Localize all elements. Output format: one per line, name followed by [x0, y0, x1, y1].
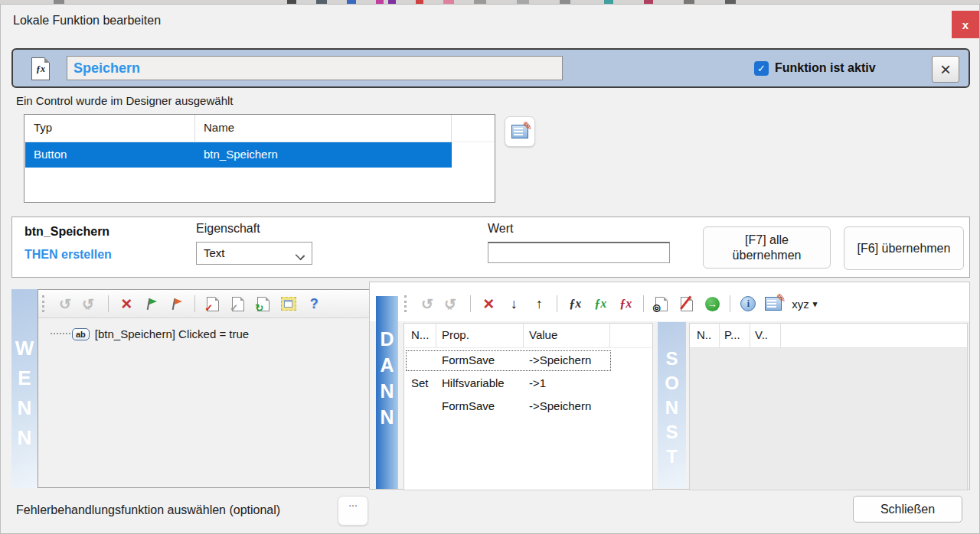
help-icon: ?	[310, 296, 318, 312]
selected-control-name: btn_Speichern	[24, 225, 109, 239]
wenn-panel: ↺ ↺ × ✓ ✓ ↻ ? ab [btn_Speichern] Clicked…	[38, 289, 371, 488]
control-table-header: Typ Name	[24, 115, 495, 142]
column-header-value[interactable]: Value	[529, 328, 557, 341]
dann-action-row[interactable]: FormSave ->Speichern	[405, 396, 612, 418]
eigenschaft-selected-value: Text	[204, 246, 225, 259]
x-icon: ×	[940, 60, 951, 79]
move-up-button[interactable]: ↑	[529, 293, 549, 314]
toolbar-grip-handle[interactable]	[42, 295, 47, 312]
dann-table-header: N... Prop. Value	[404, 324, 652, 348]
flag-orange-icon	[171, 298, 183, 311]
function-banner: ƒx Speichern ✓ Funktion ist aktiv ×	[11, 48, 970, 88]
toolbar-separator	[194, 295, 195, 312]
dann-action-row[interactable]: FormSave ->Speichern	[405, 350, 612, 372]
edit-form-icon: ✎	[511, 125, 528, 138]
column-divider	[436, 324, 436, 347]
delete-condition-button[interactable]: ×	[116, 293, 136, 314]
apply-all-f7-button[interactable]: [F7] alle übernehmen	[703, 226, 831, 269]
fx-add-function-button[interactable]: ƒx	[590, 293, 610, 314]
fx-red-icon: ƒx	[619, 297, 632, 311]
validate-document-disabled-button[interactable]: ✓	[228, 293, 248, 314]
property-section: btn_Speichern THEN erstellen Eigenschaft…	[11, 217, 970, 278]
error-handler-label: Fehlerbehandlungsfunktion auswählen (opt…	[16, 503, 280, 517]
toolbar-separator	[643, 295, 644, 312]
toolbar-separator	[730, 295, 730, 312]
xyz-dropdown[interactable]: xyz ▾	[789, 296, 820, 312]
control-table: Typ Name Button btn_Speichern	[24, 114, 495, 203]
wenn-condition-item[interactable]: ab [btn_Speichern] Clicked = true	[51, 327, 371, 340]
dialog-title: Lokale Funktion bearbeiten	[13, 14, 161, 28]
dann-action-row[interactable]: Set Hilfsvariable ->1	[405, 373, 612, 395]
orange-flag-button[interactable]	[167, 293, 187, 314]
toolbar-grip-handle[interactable]	[404, 295, 409, 312]
apply-f6-button[interactable]: [F6] übernehmen	[844, 226, 964, 270]
column-header-name[interactable]: Name	[204, 121, 234, 134]
undo-all-button-disabled[interactable]: ↺	[80, 293, 100, 314]
edit-control-button[interactable]: ✎	[505, 116, 535, 147]
run-button[interactable]: →	[702, 293, 722, 314]
tree-connector	[51, 333, 70, 335]
ab-type-icon: ab	[72, 328, 90, 340]
control-name-cell: btn_Speichern	[204, 148, 278, 161]
toolbar-separator	[557, 295, 557, 312]
eye-document-icon: ◎	[655, 297, 668, 311]
wenn-strip: W E N N	[11, 289, 38, 488]
column-header-n[interactable]: N..	[697, 328, 711, 341]
undo-all-button-disabled[interactable]: ↺	[443, 293, 462, 314]
panel-view-button[interactable]	[279, 293, 299, 314]
column-header-prop[interactable]: P...	[724, 328, 740, 341]
fx-remove-function-button[interactable]: ƒx	[616, 293, 635, 314]
window-close-button[interactable]: x	[952, 11, 979, 38]
fx-dark-icon: ƒx	[569, 297, 581, 311]
edit-value-button[interactable]: ✎	[763, 293, 783, 314]
function-name-input[interactable]: Speichern	[67, 56, 563, 80]
dialog-lokale-funktion: Lokale Funktion bearbeiten x ƒx Speicher…	[0, 4, 980, 534]
go-arrow-icon: →	[705, 297, 720, 311]
eigenschaft-label: Eigenschaft	[196, 222, 260, 236]
green-flag-button[interactable]	[142, 293, 162, 314]
help-button[interactable]: ?	[304, 293, 324, 314]
doc-check-gray-icon: ✓	[232, 297, 244, 311]
undo-button-disabled[interactable]: ↺	[55, 293, 75, 314]
toolbar-separator	[470, 295, 471, 312]
sonst-strip: S O N S T	[658, 322, 686, 488]
info-button[interactable]: i	[738, 293, 758, 314]
sonst-action-table: N.. P... V..	[689, 323, 968, 490]
fx-function-button[interactable]: ƒx	[565, 293, 585, 314]
move-down-button[interactable]: ↓	[504, 293, 524, 314]
clear-document-button[interactable]	[677, 293, 697, 314]
dann-toolbar-band: ↺ ↺ × ↓ ↑ ƒx ƒx ƒx ◎ → i ✎	[370, 282, 969, 321]
doc-slash-icon	[681, 297, 693, 311]
wenn-condition-text: [btn_Speichern] Clicked = true	[95, 327, 249, 340]
delete-action-button[interactable]: ×	[479, 293, 498, 314]
control-typ-cell: Button	[34, 148, 67, 161]
screen: Lokale Funktion bearbeiten x ƒx Speicher…	[0, 0, 980, 534]
control-section-label: Ein Control wurde im Designer ausgewählt	[16, 94, 233, 107]
undo-button-disabled[interactable]: ↺	[417, 293, 437, 314]
column-divider	[750, 324, 750, 347]
chevron-down-icon	[296, 251, 305, 261]
browse-error-handler-button[interactable]: ...	[338, 496, 368, 526]
dropdown-arrow-icon: ▾	[813, 299, 818, 309]
validate-document-button[interactable]: ✓	[203, 293, 223, 314]
wenn-toolbar: ↺ ↺ × ✓ ✓ ↻ ?	[38, 290, 371, 318]
panel-yellow-icon	[281, 297, 296, 311]
column-header-value[interactable]: V..	[755, 328, 768, 341]
preview-document-button[interactable]: ◎	[652, 293, 671, 314]
column-divider	[780, 324, 781, 347]
dann-action-table: N... Prop. Value FormSave ->Speichern Se…	[403, 323, 653, 490]
refresh-document-button[interactable]: ↻	[253, 293, 273, 314]
eigenschaft-select[interactable]: Text	[196, 242, 312, 265]
column-header-n[interactable]: N...	[411, 328, 429, 341]
close-icon: x	[962, 18, 969, 31]
then-erstellen-link[interactable]: THEN erstellen	[24, 248, 112, 262]
clear-function-button[interactable]: ×	[932, 56, 959, 83]
column-header-prop[interactable]: Prop.	[442, 328, 469, 341]
doc-refresh-icon: ↻	[257, 297, 270, 311]
schliessen-button[interactable]: Schließen	[853, 496, 962, 523]
wert-input[interactable]	[488, 242, 670, 263]
column-header-typ[interactable]: Typ	[34, 121, 52, 134]
control-table-row-selected[interactable]: Button btn_Speichern	[25, 142, 452, 168]
active-checkbox[interactable]: ✓	[754, 61, 769, 76]
column-divider	[451, 115, 452, 142]
